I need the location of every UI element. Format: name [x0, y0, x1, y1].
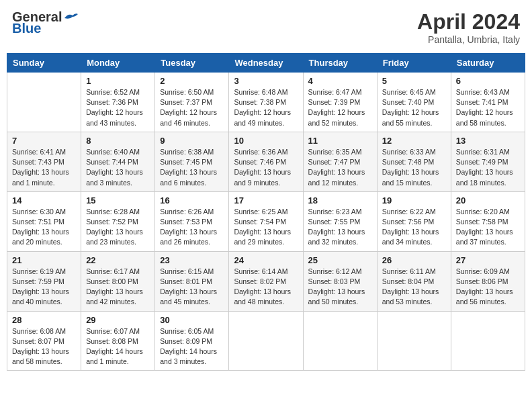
weekday-header-monday: Monday — [81, 54, 155, 73]
day-number: 2 — [160, 76, 224, 86]
day-info: Sunrise: 6:08 AMSunset: 8:07 PMDaylight:… — [12, 326, 76, 367]
day-info: Sunrise: 6:38 AMSunset: 7:45 PMDaylight:… — [160, 147, 224, 188]
calendar-cell: 22Sunrise: 6:17 AMSunset: 8:00 PMDayligh… — [81, 251, 155, 311]
calendar-cell: 5Sunrise: 6:45 AMSunset: 7:40 PMDaylight… — [377, 73, 451, 132]
day-number: 26 — [382, 255, 446, 265]
day-info: Sunrise: 6:11 AMSunset: 8:04 PMDaylight:… — [382, 267, 446, 308]
day-info: Sunrise: 6:41 AMSunset: 7:43 PMDaylight:… — [12, 147, 76, 188]
calendar-cell: 25Sunrise: 6:12 AMSunset: 8:03 PMDayligh… — [303, 251, 377, 311]
day-info: Sunrise: 6:35 AMSunset: 7:47 PMDaylight:… — [308, 147, 372, 188]
calendar-cell: 18Sunrise: 6:23 AMSunset: 7:55 PMDayligh… — [303, 191, 377, 251]
calendar-week-row: 1Sunrise: 6:52 AMSunset: 7:36 PMDaylight… — [7, 73, 525, 132]
day-info: Sunrise: 6:25 AMSunset: 7:54 PMDaylight:… — [234, 207, 298, 248]
day-number: 16 — [160, 195, 224, 205]
calendar-cell: 27Sunrise: 6:09 AMSunset: 8:06 PMDayligh… — [451, 251, 525, 311]
day-info: Sunrise: 6:26 AMSunset: 7:53 PMDaylight:… — [160, 207, 224, 248]
title-section: April 2024 Pantalla, Umbria, Italy — [417, 9, 520, 45]
day-number: 19 — [382, 195, 446, 205]
calendar-cell: 12Sunrise: 6:33 AMSunset: 7:48 PMDayligh… — [377, 132, 451, 191]
day-info: Sunrise: 6:07 AMSunset: 8:08 PMDaylight:… — [86, 326, 150, 367]
calendar-cell: 24Sunrise: 6:14 AMSunset: 8:02 PMDayligh… — [229, 251, 303, 311]
day-info: Sunrise: 6:09 AMSunset: 8:06 PMDaylight:… — [456, 267, 520, 308]
calendar-cell: 28Sunrise: 6:08 AMSunset: 8:07 PMDayligh… — [7, 311, 81, 371]
day-info: Sunrise: 6:12 AMSunset: 8:03 PMDaylight:… — [308, 267, 372, 308]
calendar-cell: 17Sunrise: 6:25 AMSunset: 7:54 PMDayligh… — [229, 191, 303, 251]
day-number: 22 — [86, 255, 150, 265]
logo-blue-text: Blue — [12, 21, 41, 36]
day-number: 3 — [234, 76, 298, 86]
calendar-cell: 1Sunrise: 6:52 AMSunset: 7:36 PMDaylight… — [81, 73, 155, 132]
day-number: 9 — [160, 136, 224, 146]
location-subtitle: Pantalla, Umbria, Italy — [417, 34, 520, 45]
day-number: 5 — [382, 76, 446, 86]
calendar-cell: 26Sunrise: 6:11 AMSunset: 8:04 PMDayligh… — [377, 251, 451, 311]
day-info: Sunrise: 6:33 AMSunset: 7:48 PMDaylight:… — [382, 147, 446, 188]
weekday-header-tuesday: Tuesday — [155, 54, 229, 73]
calendar-cell: 21Sunrise: 6:19 AMSunset: 7:59 PMDayligh… — [7, 251, 81, 311]
day-info: Sunrise: 6:36 AMSunset: 7:46 PMDaylight:… — [234, 147, 298, 188]
day-info: Sunrise: 6:52 AMSunset: 7:36 PMDaylight:… — [86, 87, 150, 128]
day-info: Sunrise: 6:19 AMSunset: 7:59 PMDaylight:… — [12, 267, 76, 308]
calendar-cell: 29Sunrise: 6:07 AMSunset: 8:08 PMDayligh… — [81, 311, 155, 371]
day-info: Sunrise: 6:28 AMSunset: 7:52 PMDaylight:… — [86, 207, 150, 248]
day-number: 6 — [456, 76, 520, 86]
calendar-cell: 6Sunrise: 6:43 AMSunset: 7:41 PMDaylight… — [451, 73, 525, 132]
calendar-cell: 3Sunrise: 6:48 AMSunset: 7:38 PMDaylight… — [229, 73, 303, 132]
day-number: 10 — [234, 136, 298, 146]
day-info: Sunrise: 6:20 AMSunset: 7:58 PMDaylight:… — [456, 207, 520, 248]
calendar-cell: 19Sunrise: 6:22 AMSunset: 7:56 PMDayligh… — [377, 191, 451, 251]
day-info: Sunrise: 6:30 AMSunset: 7:51 PMDaylight:… — [12, 207, 76, 248]
calendar-cell: 2Sunrise: 6:50 AMSunset: 7:37 PMDaylight… — [155, 73, 229, 132]
day-number: 18 — [308, 195, 372, 205]
calendar-cell: 14Sunrise: 6:30 AMSunset: 7:51 PMDayligh… — [7, 191, 81, 251]
day-number: 20 — [456, 195, 520, 205]
calendar-week-row: 21Sunrise: 6:19 AMSunset: 7:59 PMDayligh… — [7, 251, 525, 311]
calendar-cell: 4Sunrise: 6:47 AMSunset: 7:39 PMDaylight… — [303, 73, 377, 132]
day-number: 4 — [308, 76, 372, 86]
calendar-cell — [7, 73, 81, 132]
day-number: 29 — [86, 315, 150, 325]
month-title: April 2024 — [417, 9, 520, 34]
day-number: 1 — [86, 76, 150, 86]
day-number: 12 — [382, 136, 446, 146]
weekday-header-thursday: Thursday — [303, 54, 377, 73]
calendar-cell: 20Sunrise: 6:20 AMSunset: 7:58 PMDayligh… — [451, 191, 525, 251]
weekday-header-friday: Friday — [377, 54, 451, 73]
calendar-week-row: 28Sunrise: 6:08 AMSunset: 8:07 PMDayligh… — [7, 311, 525, 371]
day-info: Sunrise: 6:45 AMSunset: 7:40 PMDaylight:… — [382, 87, 446, 128]
calendar-table: SundayMondayTuesdayWednesdayThursdayFrid… — [7, 53, 525, 371]
calendar-cell — [229, 311, 303, 371]
day-number: 8 — [86, 136, 150, 146]
calendar-cell: 16Sunrise: 6:26 AMSunset: 7:53 PMDayligh… — [155, 191, 229, 251]
day-info: Sunrise: 6:17 AMSunset: 8:00 PMDaylight:… — [86, 267, 150, 308]
calendar-cell — [377, 311, 451, 371]
weekday-header-wednesday: Wednesday — [229, 54, 303, 73]
day-number: 15 — [86, 195, 150, 205]
calendar-cell: 7Sunrise: 6:41 AMSunset: 7:43 PMDaylight… — [7, 132, 81, 191]
day-number: 17 — [234, 195, 298, 205]
calendar-cell: 8Sunrise: 6:40 AMSunset: 7:44 PMDaylight… — [81, 132, 155, 191]
day-number: 21 — [12, 255, 76, 265]
day-info: Sunrise: 6:31 AMSunset: 7:49 PMDaylight:… — [456, 147, 520, 188]
day-info: Sunrise: 6:05 AMSunset: 8:09 PMDaylight:… — [160, 326, 224, 367]
calendar-cell: 10Sunrise: 6:36 AMSunset: 7:46 PMDayligh… — [229, 132, 303, 191]
day-number: 23 — [160, 255, 224, 265]
day-number: 7 — [12, 136, 76, 146]
calendar-cell: 9Sunrise: 6:38 AMSunset: 7:45 PMDaylight… — [155, 132, 229, 191]
calendar-cell — [451, 311, 525, 371]
day-number: 30 — [160, 315, 224, 325]
calendar-cell: 15Sunrise: 6:28 AMSunset: 7:52 PMDayligh… — [81, 191, 155, 251]
day-number: 28 — [12, 315, 76, 325]
day-number: 14 — [12, 195, 76, 205]
calendar-cell: 11Sunrise: 6:35 AMSunset: 7:47 PMDayligh… — [303, 132, 377, 191]
day-info: Sunrise: 6:48 AMSunset: 7:38 PMDaylight:… — [234, 87, 298, 128]
calendar-body: 1Sunrise: 6:52 AMSunset: 7:36 PMDaylight… — [7, 73, 525, 371]
day-number: 13 — [456, 136, 520, 146]
logo-bird-icon — [63, 11, 78, 24]
calendar-cell: 30Sunrise: 6:05 AMSunset: 8:09 PMDayligh… — [155, 311, 229, 371]
logo: General Blue — [12, 9, 78, 36]
day-info: Sunrise: 6:43 AMSunset: 7:41 PMDaylight:… — [456, 87, 520, 128]
weekday-header-sunday: Sunday — [7, 54, 81, 73]
calendar-cell — [303, 311, 377, 371]
day-info: Sunrise: 6:47 AMSunset: 7:39 PMDaylight:… — [308, 87, 372, 128]
